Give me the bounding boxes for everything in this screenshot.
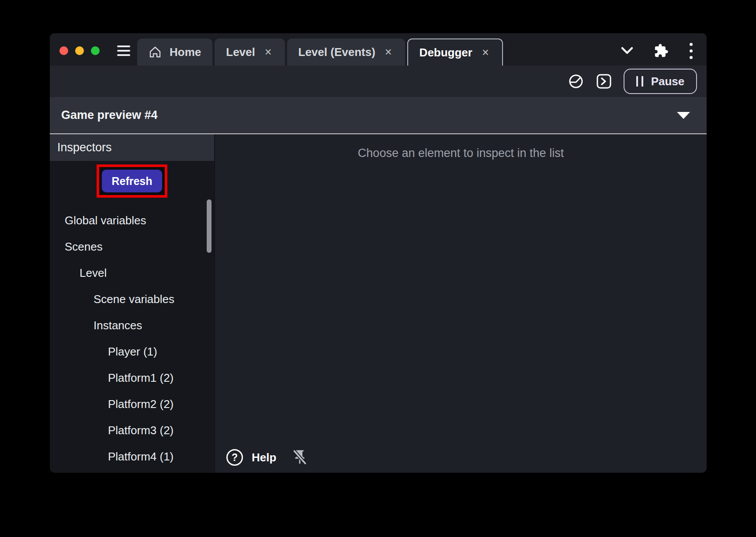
tab-debugger[interactable]: Debugger × xyxy=(407,38,503,66)
tab-home[interactable]: Home xyxy=(137,38,212,66)
close-window-button[interactable] xyxy=(59,46,68,55)
window-controls xyxy=(59,46,100,55)
annotation-highlight-box: Refresh xyxy=(97,164,167,198)
sidebar-scrollbar[interactable] xyxy=(207,199,212,253)
extensions-puzzle-icon[interactable] xyxy=(654,43,669,58)
tab-label: Level (Events) xyxy=(298,45,375,59)
close-tab-icon[interactable]: × xyxy=(263,45,274,59)
caret-down-icon xyxy=(677,112,690,119)
chevron-down-icon[interactable] xyxy=(621,46,634,55)
help-link[interactable]: Help xyxy=(252,451,276,464)
tree-item-platform4-1[interactable]: Platform4 (1) xyxy=(50,443,214,470)
tab-label: Level xyxy=(226,45,255,59)
home-icon xyxy=(149,45,162,59)
close-tab-icon[interactable]: × xyxy=(383,45,394,59)
pause-button[interactable]: Pause xyxy=(624,69,697,94)
tab-label: Debugger xyxy=(420,46,472,59)
preview-selector-dropdown[interactable]: Game preview #4 xyxy=(50,97,707,134)
content-area: Inspectors Refresh Global variablesScene… xyxy=(50,134,707,473)
pause-icon xyxy=(636,76,643,87)
tree-item-scene-variables[interactable]: Scene variables xyxy=(50,286,214,312)
refresh-button[interactable]: Refresh xyxy=(102,170,162,192)
tree-item-platform2-2[interactable]: Platform2 (2) xyxy=(50,391,214,417)
tab-level-events[interactable]: Level (Events) × xyxy=(287,38,405,66)
tree-item-player-1[interactable]: Player (1) xyxy=(50,338,214,365)
app-window: Home Level × Level (Events) × Debugger × xyxy=(50,33,707,473)
tree-item-level[interactable]: Level xyxy=(50,260,214,286)
tree-item-scenes[interactable]: Scenes xyxy=(50,234,214,260)
tab-label: Home xyxy=(170,45,201,59)
tab-bar-actions xyxy=(621,42,694,60)
close-tab-icon[interactable]: × xyxy=(480,46,491,59)
profiler-gauge-icon[interactable] xyxy=(568,73,584,90)
inspectors-sidebar: Inspectors Refresh Global variablesScene… xyxy=(50,134,215,473)
help-question-icon[interactable]: ? xyxy=(226,449,243,466)
zoom-window-button[interactable] xyxy=(91,46,100,55)
more-options-kebab-icon[interactable] xyxy=(689,42,694,60)
inspector-tree: Global variablesScenesLevelScene variabl… xyxy=(50,207,214,470)
inspectors-header: Inspectors xyxy=(50,134,214,161)
main-menu-icon[interactable] xyxy=(117,45,130,56)
inspector-detail-panel: Choose an element to inspect in the list… xyxy=(215,134,707,473)
desktop-background: Home Level × Level (Events) × Debugger × xyxy=(0,0,756,537)
tab-bar: Home Level × Level (Events) × Debugger × xyxy=(50,33,707,66)
pause-label: Pause xyxy=(651,75,685,88)
tree-item-instances[interactable]: Instances xyxy=(50,312,214,338)
debugger-toolbar: Pause xyxy=(50,66,707,97)
empty-state-message: Choose an element to inspect in the list xyxy=(215,146,707,160)
tree-item-platform3-2[interactable]: Platform3 (2) xyxy=(50,417,214,443)
tree-item-global-variables[interactable]: Global variables xyxy=(50,207,214,234)
console-icon[interactable] xyxy=(596,73,612,90)
preview-selector-label: Game preview #4 xyxy=(61,108,158,122)
tree-item-platform1-2[interactable]: Platform1 (2) xyxy=(50,365,214,391)
unpin-icon[interactable] xyxy=(292,448,308,467)
inspectors-body: Refresh Global variablesScenesLevelScene… xyxy=(50,161,214,473)
bottom-bar: ? Help xyxy=(226,448,308,467)
tab-level[interactable]: Level × xyxy=(215,38,284,66)
editor-tabs: Home Level × Level (Events) × Debugger × xyxy=(137,38,503,66)
minimize-window-button[interactable] xyxy=(75,46,84,55)
